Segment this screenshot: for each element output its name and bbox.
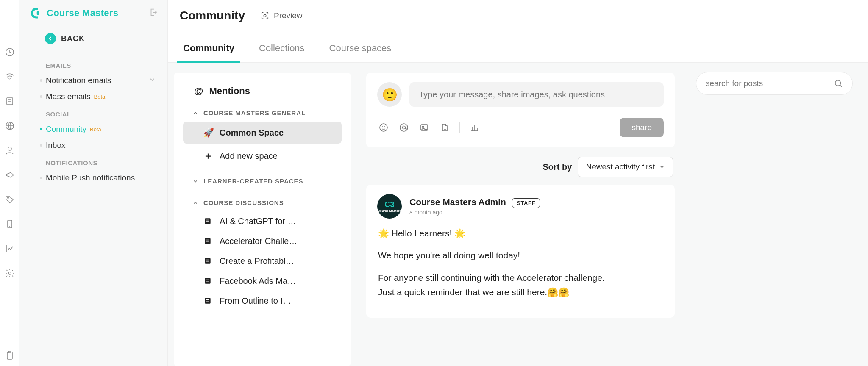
composer: 🙂 share (366, 73, 675, 147)
avatar: 🙂 (377, 82, 402, 107)
sort-select[interactable]: Newest activity first (578, 157, 673, 177)
sidebar-item-label: Mass emails (46, 92, 91, 101)
book-icon (203, 277, 213, 286)
book-icon (203, 217, 213, 226)
gear-icon[interactable] (4, 268, 15, 279)
file-icon[interactable] (439, 122, 450, 133)
sidebar-item-label: Mobile Push notifications (46, 173, 135, 183)
svg-point-4 (8, 147, 11, 150)
svg-point-1 (9, 80, 10, 80)
emoji-icon[interactable] (378, 122, 389, 133)
share-button[interactable]: share (620, 118, 664, 137)
section-heading-emails: EMAILS (19, 56, 167, 72)
chevron-down-icon (149, 76, 156, 85)
post-line: Just a quick reminder that we are still … (378, 286, 663, 299)
page-header: Community Preview (168, 0, 868, 31)
book-icon (203, 237, 213, 246)
post-time: a month ago (409, 209, 540, 216)
page-icon[interactable] (4, 96, 15, 107)
course-item[interactable]: From Outline to I… (183, 291, 342, 311)
svg-rect-15 (205, 278, 210, 283)
plus-icon: ＋ (203, 150, 213, 162)
post: C3Course Masters Course Masters Admin ST… (366, 185, 675, 318)
preview-button[interactable]: Preview (260, 11, 303, 20)
group-head-discussions[interactable]: COURSE DISCUSSIONS (174, 190, 351, 211)
space-common[interactable]: 🚀 Common Space (183, 122, 342, 144)
tag-icon[interactable] (4, 194, 15, 205)
search-column (690, 63, 868, 366)
back-icon[interactable] (45, 33, 56, 44)
add-space-label: Add new space (220, 151, 278, 161)
add-space[interactable]: ＋ Add new space (183, 144, 342, 168)
clipboard-icon[interactable] (4, 350, 15, 361)
search-input[interactable] (706, 79, 834, 88)
mentions-label: Mentions (209, 86, 250, 97)
post-body: 🌟 Hello Learners! 🌟 We hope you're all d… (377, 219, 664, 299)
post-line: 🌟 Hello Learners! 🌟 (378, 227, 663, 240)
tab-collections[interactable]: Collections (256, 43, 308, 62)
sidebar-item-mass-emails[interactable]: Mass emails Beta (19, 89, 167, 105)
preview-label: Preview (274, 11, 303, 20)
sidebar-item-mobile-push[interactable]: Mobile Push notifications (19, 170, 167, 186)
brand-logo-icon (29, 7, 42, 19)
svg-rect-14 (205, 258, 210, 263)
post-author: Course Masters Admin (409, 197, 506, 207)
course-item[interactable]: Create a Profitabl… (183, 251, 342, 271)
svg-point-11 (264, 14, 266, 17)
back-row[interactable]: BACK (19, 26, 167, 52)
chevron-down-icon (192, 178, 198, 184)
poll-icon[interactable] (469, 122, 480, 133)
icon-rail (0, 0, 19, 366)
svg-rect-13 (205, 238, 210, 244)
course-item[interactable]: Accelerator Challe… (183, 231, 342, 251)
back-label: BACK (61, 34, 85, 43)
sidebar-item-inbox[interactable]: Inbox (19, 137, 167, 153)
divider (459, 122, 460, 133)
sidebar-item-notification-emails[interactable]: Notification emails (19, 72, 167, 89)
image-icon[interactable] (419, 122, 430, 133)
book-icon (203, 257, 213, 266)
sidebar-item-community[interactable]: Community Beta (19, 121, 167, 137)
wifi-icon[interactable] (4, 71, 15, 82)
brand-row: Course Masters (19, 0, 167, 26)
compose-input[interactable] (409, 82, 664, 107)
mention-icon[interactable] (398, 122, 409, 133)
sidebar: Course Masters BACK EMAILS Notification … (19, 0, 168, 366)
section-heading-social: SOCIAL (19, 105, 167, 121)
mentions-item[interactable]: @ Mentions (174, 80, 351, 106)
group-head-learner[interactable]: LEARNER-CREATED SPACES (174, 168, 351, 190)
chevron-up-icon (192, 110, 198, 116)
search-box[interactable] (696, 72, 853, 95)
brand-name: Course Masters (47, 8, 118, 19)
at-icon: @ (194, 86, 203, 97)
megaphone-icon[interactable] (4, 169, 15, 180)
course-label: AI & ChatGPT for … (220, 216, 296, 226)
exit-icon[interactable] (149, 8, 158, 19)
book-icon (203, 297, 213, 306)
main: Community Preview Community Collections … (168, 0, 868, 366)
svg-point-23 (423, 126, 424, 128)
clock-icon[interactable] (4, 47, 15, 58)
chevron-up-icon (192, 200, 198, 206)
space-label: Common Space (220, 128, 284, 138)
tab-course-spaces[interactable]: Course spaces (326, 43, 395, 62)
beta-badge: Beta (94, 94, 106, 100)
course-item[interactable]: AI & ChatGPT for … (183, 211, 342, 231)
svg-point-18 (382, 126, 383, 127)
mobile-icon[interactable] (4, 219, 15, 230)
svg-point-21 (403, 126, 406, 129)
user-icon[interactable] (4, 145, 15, 156)
tab-community[interactable]: Community (180, 43, 238, 62)
post-avatar: C3Course Masters (377, 194, 402, 219)
beta-badge: Beta (90, 126, 101, 133)
course-label: Create a Profitabl… (220, 256, 294, 266)
svg-point-5 (7, 197, 8, 199)
sidebar-item-label: Community (46, 125, 86, 134)
group-head-general[interactable]: COURSE MASTERS GENERAL (174, 106, 351, 122)
chart-icon[interactable] (4, 243, 15, 254)
sort-value: Newest activity first (586, 162, 655, 172)
globe-icon[interactable] (4, 120, 15, 131)
sidebar-item-label: Notification emails (46, 76, 111, 85)
rocket-icon: 🚀 (203, 128, 213, 138)
course-item[interactable]: Facebook Ads Ma… (183, 271, 342, 291)
